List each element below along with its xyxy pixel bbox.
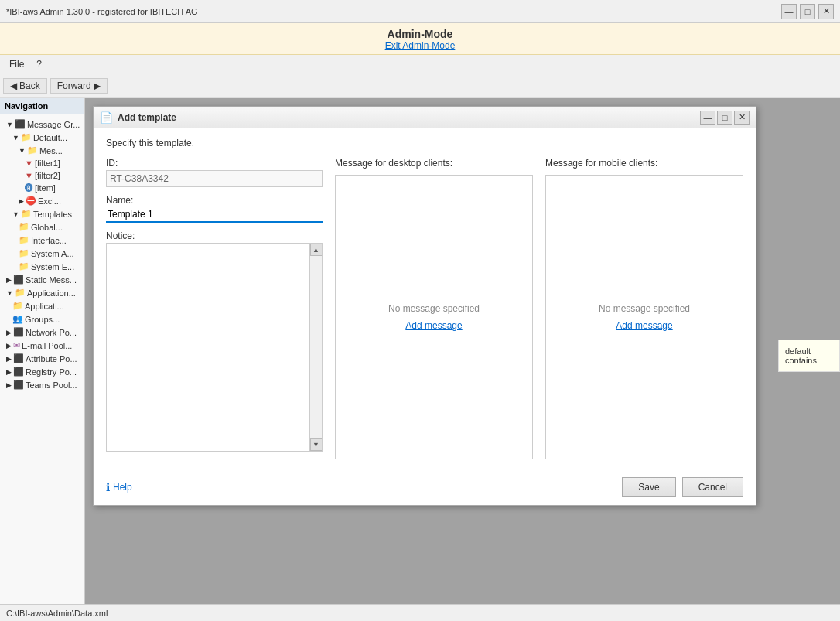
navigation-tree: ▼ ⬛ Message Gr... ▼ 📁 Default... ▼ 📁 Mes… xyxy=(0,114,84,394)
notice-field: Notice: ▲ ▼ xyxy=(106,230,323,452)
sidebar-item-mes[interactable]: ▼ 📁 Mes... xyxy=(0,144,84,157)
sidebar-item-label: System E... xyxy=(31,262,74,271)
desktop-panel-body: No message specified Add message xyxy=(335,175,533,459)
menu-bar: File ? xyxy=(0,55,840,73)
exit-admin-mode-link[interactable]: Exit Admin-Mode xyxy=(0,40,840,51)
mobile-panel-header: Message for mobile clients: xyxy=(545,158,743,169)
folder-icon: 📁 xyxy=(19,261,29,271)
sidebar-item-label: Templates xyxy=(33,210,72,219)
sidebar-item-teams[interactable]: ▶ ⬛ Teams Pool... xyxy=(0,378,84,391)
sidebar-item-global[interactable]: 📁 Global... xyxy=(0,220,84,234)
name-field: Name: xyxy=(106,195,323,223)
navigation-header: Navigation xyxy=(0,98,84,114)
right-panel-text: default contains xyxy=(785,346,817,365)
sidebar-item-label: [filter1] xyxy=(35,159,60,168)
sidebar-item-attribute[interactable]: ▶ ⬛ Attribute Po... xyxy=(0,352,84,365)
sidebar-item-a[interactable]: 🅐 [item] xyxy=(0,182,84,194)
sidebar-item-label: Registry Po... xyxy=(26,367,77,377)
sidebar-item-label: Teams Pool... xyxy=(26,380,77,390)
reg-icon: ⬛ xyxy=(13,367,24,377)
sidebar-item-label: Interfac... xyxy=(31,236,67,245)
minimize-button[interactable]: — xyxy=(781,4,797,19)
content-area: 📄 Add template — □ ✕ Specify this templa… xyxy=(85,98,840,612)
forward-icon: ▶ xyxy=(94,80,101,91)
folder-icon: 📁 xyxy=(19,235,29,245)
dialog-form: ID: Name: Notice: xyxy=(106,158,743,459)
sidebar-item-registry[interactable]: ▶ ⬛ Registry Po... xyxy=(0,365,84,378)
toolbar: ◀ Back Forward ▶ xyxy=(0,73,840,98)
sidebar-item-groups[interactable]: 👥 Groups... xyxy=(0,312,84,326)
desktop-no-message-text: No message specified xyxy=(388,303,480,314)
notice-textarea-container: ▲ ▼ xyxy=(106,243,323,452)
title-bar: *IBI-aws Admin 1.30.0 - registered for I… xyxy=(0,0,840,23)
folder-icon: 📁 xyxy=(15,288,26,298)
sidebar-item-static[interactable]: ▶ ⬛ Static Mess... xyxy=(0,273,84,286)
cancel-button[interactable]: Cancel xyxy=(682,477,743,497)
menu-file[interactable]: File xyxy=(3,57,30,71)
close-button[interactable]: ✕ xyxy=(818,4,834,19)
dialog-minimize-button[interactable]: — xyxy=(700,111,715,125)
static-icon: ⬛ xyxy=(13,275,24,285)
maximize-button[interactable]: □ xyxy=(800,4,815,19)
status-bar: C:\IBI-aws\Admin\Data.xml xyxy=(0,604,840,621)
scrollbar-down-button[interactable]: ▼ xyxy=(310,438,323,451)
forward-label: Forward xyxy=(57,80,91,91)
sidebar-item-message-group[interactable]: ▼ ⬛ Message Gr... xyxy=(0,118,84,131)
sidebar-item-applicati[interactable]: 📁 Applicati... xyxy=(0,299,84,312)
window-controls: — □ ✕ xyxy=(781,4,834,19)
sidebar-item-label: Global... xyxy=(31,223,63,232)
help-label: Help xyxy=(113,482,132,493)
mobile-message-section: Message for mobile clients: No message s… xyxy=(545,158,743,459)
sidebar-item-excl[interactable]: ▶ ⛔ Excl... xyxy=(0,194,84,207)
scrollbar-track xyxy=(310,256,322,438)
sidebar-item-label: Groups... xyxy=(25,315,60,324)
dialog-titlebar: 📄 Add template — □ ✕ xyxy=(94,107,756,128)
sidebar-item-filter2[interactable]: ▼ [filter2] xyxy=(0,169,84,182)
desktop-add-message-link[interactable]: Add message xyxy=(405,320,462,331)
expand-icon: ▼ xyxy=(12,210,19,218)
navigation-panel: Navigation ▼ ⬛ Message Gr... ▼ 📁 Default… xyxy=(0,98,85,612)
add-template-dialog: 📄 Add template — □ ✕ Specify this templa… xyxy=(93,106,756,506)
back-button[interactable]: ◀ Back xyxy=(3,78,47,94)
sidebar-item-application[interactable]: ▼ 📁 Application... xyxy=(0,286,84,299)
sidebar-item-label: Message Gr... xyxy=(27,120,80,129)
forward-button[interactable]: Forward ▶ xyxy=(50,78,108,94)
expand-icon: ▶ xyxy=(6,368,12,376)
notice-scrollbar: ▲ ▼ xyxy=(309,244,322,451)
footer-buttons: Save Cancel xyxy=(622,477,743,497)
expand-icon: ▼ xyxy=(19,147,26,155)
notice-textarea[interactable] xyxy=(107,244,309,451)
attr-icon: ⬛ xyxy=(13,353,24,363)
back-label: Back xyxy=(19,80,40,91)
sidebar-item-network[interactable]: ▶ ⬛ Network Po... xyxy=(0,326,84,339)
dialog-close-button[interactable]: ✕ xyxy=(734,111,750,125)
window-title: *IBI-aws Admin 1.30.0 - registered for I… xyxy=(6,7,198,16)
id-input[interactable] xyxy=(106,170,323,187)
folder-icon: 📁 xyxy=(12,301,23,311)
name-input[interactable] xyxy=(106,207,323,223)
sidebar-item-label: Applicati... xyxy=(25,302,64,311)
expand-icon: ▶ xyxy=(6,329,12,336)
dialog-title: Add template xyxy=(118,112,698,123)
msg-group-icon: ⬛ xyxy=(15,119,26,129)
mobile-add-message-link[interactable]: Add message xyxy=(616,320,672,331)
folder-icon: 📁 xyxy=(21,132,32,142)
sidebar-item-email[interactable]: ▶ ✉ E-mail Pool... xyxy=(0,339,84,352)
mobile-no-message-text: No message specified xyxy=(599,303,690,314)
sidebar-item-templates[interactable]: ▼ 📁 Templates xyxy=(0,207,84,220)
dialog-maximize-button[interactable]: □ xyxy=(717,111,732,125)
save-button[interactable]: Save xyxy=(622,477,675,497)
scrollbar-up-button[interactable]: ▲ xyxy=(310,244,323,256)
sidebar-item-system-a[interactable]: 📁 System A... xyxy=(0,247,84,260)
dialog-footer: ℹ Help Save Cancel xyxy=(94,469,756,505)
help-link[interactable]: ℹ Help xyxy=(106,481,132,493)
filter-red-icon: ▼ xyxy=(25,171,33,180)
sidebar-item-system-e[interactable]: 📁 System E... xyxy=(0,260,84,273)
expand-icon: ▶ xyxy=(6,342,12,350)
expand-icon: ▼ xyxy=(6,289,13,297)
sidebar-item-interfac[interactable]: 📁 Interfac... xyxy=(0,234,84,247)
sidebar-item-default[interactable]: ▼ 📁 Default... xyxy=(0,131,84,144)
status-path: C:\IBI-aws\Admin\Data.xml xyxy=(6,609,108,618)
menu-help[interactable]: ? xyxy=(30,57,48,71)
sidebar-item-filter1[interactable]: ▼ [filter1] xyxy=(0,157,84,169)
